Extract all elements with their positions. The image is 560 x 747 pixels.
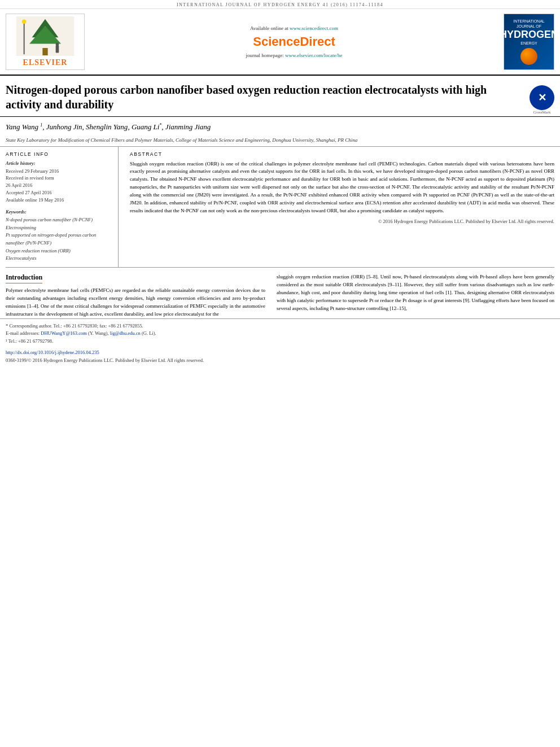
svg-rect-6 xyxy=(56,45,59,53)
introduction-section: Introduction Polymer electrolyte membran… xyxy=(0,268,560,318)
introduction-right-column: sluggish oxygen reduction reaction (ORR)… xyxy=(277,273,554,318)
crossmark-label: CrossMark xyxy=(530,110,554,115)
abstract-text: Sluggish oxygen reduction reaction (ORR)… xyxy=(130,160,554,216)
abstract-header: ABSTRACT xyxy=(130,151,554,157)
keyword-5: Electrocatalysts xyxy=(6,255,110,263)
article-info-header: ARTICLE INFO xyxy=(6,151,110,157)
svg-point-7 xyxy=(56,43,59,46)
received-revised-date: 26 April 2016 xyxy=(6,182,110,189)
svg-rect-1 xyxy=(42,48,47,55)
available-online-text: Available online at www.sciencedirect.co… xyxy=(250,25,338,31)
introduction-left-text: Polymer electrolyte membrane fuel cells … xyxy=(6,287,265,318)
elsevier-logo-container: ELSEVIER xyxy=(6,14,85,70)
corresponding-author-note: * Corresponding author. Tel.: +86 21 677… xyxy=(6,322,554,330)
author-shenglin-yang: Shenglin Yang xyxy=(86,123,128,131)
article-info-column: ARTICLE INFO Article history: Received 2… xyxy=(6,147,119,267)
email-2-author: G. Li xyxy=(143,330,154,336)
email-line: E-mail addresses: DHUWangY@163.com (Y. W… xyxy=(6,330,554,338)
introduction-right-text: sluggish oxygen reduction reaction (ORR)… xyxy=(277,273,554,313)
email-label: E-mail addresses: xyxy=(6,330,40,336)
journal-header-bar: INTERNATIONAL JOURNAL OF HYDROGEN ENERGY… xyxy=(0,0,560,9)
author-guang-li: Guang Li xyxy=(132,123,159,131)
email-1-author: Y. Wang xyxy=(90,330,106,336)
keyword-2: Electrospinning xyxy=(6,224,110,232)
journal-logo-text3: ENERGY xyxy=(520,41,537,46)
elsevier-tree-icon xyxy=(14,16,76,56)
email-2-link[interactable]: lig@dhu.edu.cn xyxy=(110,330,141,336)
issn-line: 0360-3199/© 2016 Hydrogen Energy Publica… xyxy=(0,356,560,366)
journal-homepage-text: journal homepage: www.elsevier.com/locat… xyxy=(246,53,343,58)
keyword-3: Pt supported on nitrogen-doped porous ca… xyxy=(6,231,110,247)
keyword-4: Oxygen reduction reaction (ORR) xyxy=(6,247,110,255)
doi-link[interactable]: http://dx.doi.org/10.1016/j.ijhydene.201… xyxy=(6,350,99,355)
sciencedirect-logo: ScienceDirect xyxy=(253,34,335,49)
footnotes-section: * Corresponding author. Tel.: +86 21 677… xyxy=(0,318,560,349)
journal-homepage-url[interactable]: www.elsevier.com/locate/he xyxy=(285,53,342,58)
article-info-abstract-section: ARTICLE INFO Article history: Received 2… xyxy=(0,146,560,267)
author-yang-wang: Yang Wang xyxy=(6,123,38,131)
sciencedirect-url[interactable]: www.sciencedirect.com xyxy=(290,25,338,31)
received-revised-label: Received in revised form xyxy=(6,174,110,182)
svg-point-5 xyxy=(22,20,26,24)
paper-title: Nitrogen-doped porous carbon nanofiber b… xyxy=(6,82,554,112)
doi-line: http://dx.doi.org/10.1016/j.ijhydene.201… xyxy=(0,348,560,356)
abstract-column: ABSTRACT Sluggish oxygen reduction react… xyxy=(130,147,554,267)
article-history-label: Article history: xyxy=(6,160,110,166)
introduction-heading: Introduction xyxy=(6,273,42,283)
footnote-1: ¹ Tel.: +86 21 67792798. xyxy=(6,338,554,346)
article-history-block: Article history: Received 29 February 20… xyxy=(6,160,110,204)
accepted-date: Accepted 27 April 2016 xyxy=(6,189,110,196)
keyword-1: N-doped porous carbon nanofiber (N-PCNF) xyxy=(6,216,110,224)
journal-header: ELSEVIER Available online at www.science… xyxy=(0,9,560,76)
keywords-block: Keywords: N-doped porous carbon nanofibe… xyxy=(6,209,110,263)
affiliation-text: State Key Laboratory for Modification of… xyxy=(0,135,560,146)
crossmark-container: ✕ CrossMark xyxy=(530,85,554,115)
journal-center-header: Available online at www.sciencedirect.co… xyxy=(90,14,498,70)
introduction-left-column: Introduction Polymer electrolyte membran… xyxy=(6,273,265,318)
abstract-copyright: © 2016 Hydrogen Energy Publications LLC.… xyxy=(130,219,554,224)
author-junhong-jin: Junhong Jin xyxy=(46,123,82,131)
keywords-label: Keywords: xyxy=(6,209,110,215)
journal-citation: INTERNATIONAL JOURNAL OF HYDROGEN ENERGY… xyxy=(177,2,383,7)
paper-title-section: ✕ CrossMark Nitrogen-doped porous carbon… xyxy=(0,76,560,117)
authors-line: Yang Wang 1, Junhong Jin, Shenglin Yang,… xyxy=(6,121,554,133)
received-date: Received 29 February 2016 xyxy=(6,168,110,175)
authors-section: Yang Wang 1, Junhong Jin, Shenglin Yang,… xyxy=(0,117,560,135)
journal-logo-container: INTERNATIONAL JOURNAL OF HYDROGEN ENERGY xyxy=(504,14,554,70)
journal-logo-text1: INTERNATIONAL xyxy=(513,19,545,24)
available-online-date: Available online 19 May 2016 xyxy=(6,196,110,204)
journal-logo-orb-icon xyxy=(520,48,537,65)
author-jianming-jiang: Jianming Jiang xyxy=(165,123,211,131)
journal-logo-h: HYDROGEN xyxy=(500,29,558,41)
crossmark-icon: ✕ xyxy=(530,85,554,110)
elsevier-brand-label: ELSEVIER xyxy=(23,58,68,67)
email-1-link[interactable]: DHUWangY@163.com xyxy=(41,330,87,336)
journal-logo-text2: JOURNAL OF xyxy=(517,24,541,29)
